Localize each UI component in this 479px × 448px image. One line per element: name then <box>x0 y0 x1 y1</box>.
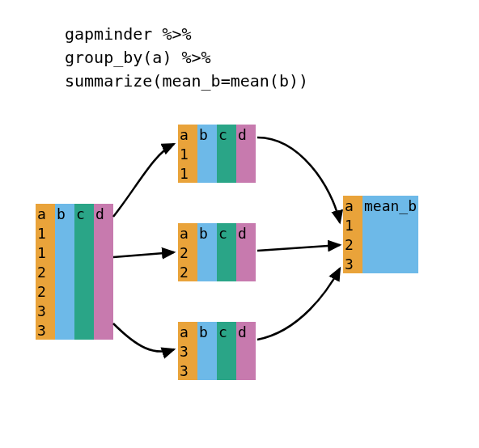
cell-a: 1 <box>178 144 197 163</box>
cell-a: 2 <box>178 243 197 262</box>
col-header-d: d <box>236 125 256 144</box>
cell-b <box>197 361 217 380</box>
table-row: 1 <box>36 223 113 243</box>
col-header-mean-b: mean_b <box>362 196 418 215</box>
table-row: 1 <box>36 243 113 262</box>
group2-table: a b c d 2 2 <box>178 223 256 281</box>
table-row: 2 <box>178 262 256 281</box>
cell-a: 2 <box>36 281 55 301</box>
col-header-a: a <box>178 125 197 144</box>
table-header-row: a b c d <box>178 322 256 341</box>
table-row: 1 <box>343 215 418 235</box>
col-header-a: a <box>343 196 362 215</box>
cell-a: 1 <box>36 243 55 262</box>
table-row: 2 <box>343 235 418 254</box>
col-header-c: c <box>217 322 236 341</box>
col-header-a: a <box>178 322 197 341</box>
cell-c <box>217 144 236 163</box>
arrow-source-to-group2 <box>113 252 174 257</box>
cell-b <box>197 163 217 183</box>
cell-c <box>217 341 236 361</box>
cell-c <box>74 281 94 301</box>
cell-a: 1 <box>36 223 55 243</box>
cell-d <box>94 223 113 243</box>
cell-b <box>55 301 74 320</box>
col-header-a: a <box>178 223 197 243</box>
cell-b <box>55 243 74 262</box>
cell-a: 3 <box>36 301 55 320</box>
code-line-1: gapminder %>% <box>65 24 192 44</box>
cell-mean-b <box>362 235 418 254</box>
arrow-source-to-group3 <box>113 323 174 352</box>
table-header-row: a b c d <box>36 204 113 223</box>
cell-b <box>55 262 74 281</box>
cell-d <box>236 361 256 380</box>
table-header-row: a b c d <box>178 223 256 243</box>
table-row: 1 <box>178 163 256 183</box>
table-row: 2 <box>36 262 113 281</box>
arrow-source-to-group1 <box>113 144 174 217</box>
cell-b <box>197 144 217 163</box>
table-row: 3 <box>343 254 418 273</box>
arrow-group2-to-result <box>257 245 340 251</box>
table-row: 3 <box>36 320 113 340</box>
cell-d <box>94 320 113 340</box>
cell-c <box>217 262 236 281</box>
table-row: 3 <box>178 341 256 361</box>
cell-b <box>55 223 74 243</box>
group1-table: a b c d 1 1 <box>178 125 256 183</box>
col-header-b: b <box>55 204 74 223</box>
cell-d <box>236 163 256 183</box>
cell-d <box>94 281 113 301</box>
cell-d <box>236 262 256 281</box>
code-block: gapminder %>% group_by(a) %>% summarize(… <box>65 23 308 93</box>
cell-b <box>55 281 74 301</box>
col-header-b: b <box>197 223 217 243</box>
table-row: 2 <box>178 243 256 262</box>
cell-c <box>74 243 94 262</box>
cell-a: 2 <box>178 262 197 281</box>
cell-a: 1 <box>343 215 362 235</box>
cell-c <box>217 243 236 262</box>
cell-b <box>197 262 217 281</box>
col-header-a: a <box>36 204 55 223</box>
cell-a: 2 <box>36 262 55 281</box>
arrow-group1-to-result <box>257 137 340 222</box>
cell-a: 1 <box>178 163 197 183</box>
cell-c <box>74 320 94 340</box>
col-header-b: b <box>197 125 217 144</box>
table-row: 2 <box>36 281 113 301</box>
cell-d <box>236 341 256 361</box>
group3-table: a b c d 3 3 <box>178 322 256 380</box>
arrow-group3-to-result <box>257 268 340 340</box>
col-header-c: c <box>217 223 236 243</box>
table-row: 1 <box>178 144 256 163</box>
col-header-c: c <box>74 204 94 223</box>
cell-b <box>197 341 217 361</box>
result-table: a mean_b 1 2 3 <box>343 196 418 273</box>
cell-a: 3 <box>343 254 362 273</box>
col-header-d: d <box>94 204 113 223</box>
cell-b <box>197 243 217 262</box>
cell-c <box>74 301 94 320</box>
source-table: a b c d 1 1 2 2 3 3 <box>36 204 113 340</box>
col-header-b: b <box>197 322 217 341</box>
cell-c <box>74 223 94 243</box>
cell-d <box>236 144 256 163</box>
cell-a: 3 <box>36 320 55 340</box>
col-header-d: d <box>236 322 256 341</box>
cell-d <box>236 243 256 262</box>
col-header-d: d <box>236 223 256 243</box>
cell-b <box>55 320 74 340</box>
cell-c <box>217 361 236 380</box>
code-line-3: summarize(mean_b=mean(b)) <box>65 71 308 91</box>
cell-a: 3 <box>178 361 197 380</box>
cell-d <box>94 243 113 262</box>
table-header-row: a b c d <box>178 125 256 144</box>
cell-a: 2 <box>343 235 362 254</box>
code-line-2: group_by(a) %>% <box>65 48 211 67</box>
cell-c <box>217 163 236 183</box>
table-row: 3 <box>178 361 256 380</box>
cell-mean-b <box>362 254 418 273</box>
cell-a: 3 <box>178 341 197 361</box>
